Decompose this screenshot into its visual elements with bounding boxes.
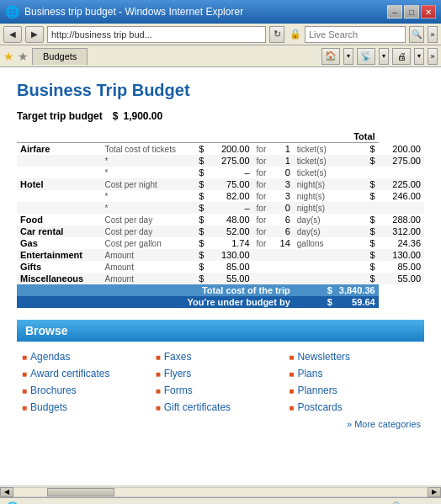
row-for: for [253,178,274,190]
row-for: for [253,167,274,178]
scroll-left-btn[interactable]: ◀ [0,487,13,497]
row-for: for [253,237,274,249]
search-input[interactable] [305,26,406,43]
browse-item-label: Agendas [30,351,70,363]
browse-item-label: Forms [164,385,193,396]
home-chevron[interactable]: ▾ [343,48,353,65]
row-qty: 3 [273,178,293,190]
browse-item[interactable]: ■Newsletters [287,348,421,365]
horizontal-scrollbar[interactable]: ◀ ▶ [0,485,441,497]
browse-column-3: ■Newsletters■Plans■Planners■Postcards [287,348,421,416]
tools-expand[interactable]: » [428,48,438,65]
browse-item[interactable]: ■Brochures [20,382,154,399]
window-title: Business trip budget - Windows Internet … [24,6,382,18]
total-cost-value: 3,840.36 [336,284,379,296]
under-budget-row: You're under budget by $ 59.64 [17,296,424,308]
browse-item[interactable]: ■Postcards [287,399,421,416]
row-unit: day(s) [294,214,336,225]
row-cost: – [207,167,252,178]
row-sub: Amount [101,261,195,273]
row-total-dollar: $ [336,178,379,190]
browse-item[interactable]: ■Award certificates [20,365,154,382]
home-button[interactable]: 🏠 [321,48,340,65]
table-row: Gifts Amount $ 85.00 $ 85.00 [17,261,424,273]
forward-button[interactable]: ▶ [25,26,44,43]
row-total-dollar [336,167,379,178]
feeds-button[interactable]: 📡 [357,48,375,65]
active-tab[interactable]: Budgets [32,48,88,65]
table-row: * $ 82.00 for 3 night(s) $ 246.00 [17,190,424,202]
content-area[interactable]: Business Trip Budget Target trip budget … [0,67,441,485]
row-label [17,155,101,167]
row-unit: gallons [294,237,336,249]
row-label: Miscellaneous [17,273,101,284]
more-categories-link[interactable]: » More categories [17,416,424,429]
browse-item[interactable]: ■Faxes [154,348,288,365]
row-total-dollar: $ [336,214,379,225]
row-for [253,273,274,284]
row-for: for [253,143,274,156]
restore-button[interactable]: □ [404,5,419,19]
refresh-button[interactable]: ↻ [269,26,284,43]
browse-item-label: Faxes [164,351,192,363]
print-chevron[interactable]: ▾ [414,48,424,65]
browse-item[interactable]: ■Budgets [20,399,154,416]
row-sub: Cost per night [101,178,195,190]
row-cost: 48.00 [207,214,252,225]
favorites-star[interactable]: ★ [3,50,14,63]
browse-item[interactable]: ■Agendas [20,348,154,365]
browse-item[interactable]: ■Flyers [154,365,288,382]
target-value: 1,900.00 [123,110,162,122]
scroll-thumb[interactable] [47,488,114,496]
browse-item-label: Award certificates [30,368,109,379]
target-label: Target trip budget [17,110,103,122]
address-input[interactable] [47,26,266,43]
row-unit: day(s) [294,225,336,237]
bullet-icon: ■ [22,353,27,362]
row-unit [294,261,336,273]
scroll-track[interactable] [13,487,428,497]
row-label: Food [17,214,101,225]
row-dollar: $ [195,178,207,190]
under-budget-dollar: $ [294,296,336,308]
search-button[interactable]: 🔍 [409,26,424,43]
close-button[interactable]: ✕ [421,5,436,19]
row-unit: ticket(s) [294,143,336,156]
row-cost: 275.00 [207,155,252,167]
page: Business Trip Budget Target trip budget … [0,67,441,443]
browse-item[interactable]: ■Plans [287,365,421,382]
table-row: * $ – for 0 night(s) [17,202,424,214]
row-qty: 1 [273,155,293,167]
row-cost: 200.00 [207,143,252,156]
bullet-icon: ■ [289,353,294,362]
feeds-chevron[interactable]: ▾ [379,48,389,65]
back-button[interactable]: ◀ [3,26,22,43]
browse-item[interactable]: ■Gift certificates [154,399,288,416]
row-unit: night(s) [294,202,336,214]
row-total-dollar: $ [336,273,379,284]
expand-button[interactable]: » [428,26,438,43]
print-button[interactable]: 🖨 [392,48,411,65]
row-sub: Total cost of tickets [101,143,195,156]
row-sub: Cost per day [101,225,195,237]
browse-header: Browse [17,320,424,342]
row-total: 312.00 [379,225,424,237]
row-for: for [253,190,274,202]
row-total-dollar [336,202,379,214]
add-tab-icon[interactable]: ★ [18,50,29,63]
browse-item[interactable]: ■Planners [287,382,421,399]
browse-item[interactable]: ■Forms [154,382,288,399]
table-row: Miscellaneous Amount $ 55.00 $ 55.00 [17,273,424,284]
browse-item-label: Postcards [297,401,342,413]
row-total: 55.00 [379,273,424,284]
row-total [379,202,424,214]
browse-grid: ■Agendas■Award certificates■Brochures■Bu… [17,348,424,416]
total-cost-dollar: $ [294,284,336,296]
minimize-button[interactable]: – [387,5,402,19]
scroll-right-btn[interactable]: ▶ [428,487,441,497]
under-budget-label: You're under budget by [17,296,294,308]
total-cost-row: Total cost of the trip $ 3,840.36 [17,284,424,296]
row-for: for [253,214,274,225]
row-qty: 0 [273,167,293,178]
row-unit: ticket(s) [294,155,336,167]
